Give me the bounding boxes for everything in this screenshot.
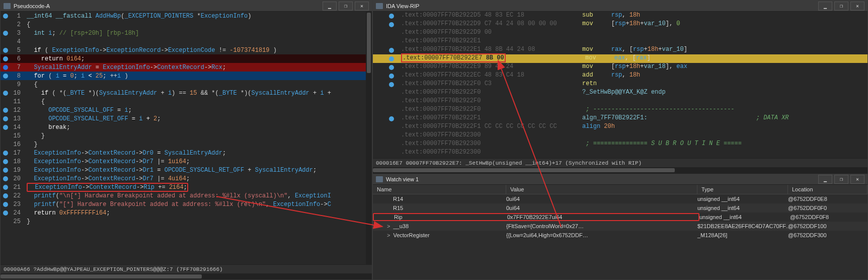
breakpoint-icon[interactable] [389, 65, 394, 70]
breakpoint-icon[interactable] [389, 116, 394, 121]
code-line[interactable]: 21 ExceptionInfo->ContextRecord->Rip += … [1, 183, 372, 191]
expand-icon[interactable]: > [387, 223, 390, 229]
breakpoint-icon[interactable] [3, 176, 8, 181]
restore-button[interactable]: ❐ [834, 175, 848, 184]
col-type[interactable]: Type [697, 185, 788, 194]
disasm-line[interactable]: .text:00007FF70B2922F1 CC CC CC CC CC CC… [373, 123, 867, 131]
disasm-line[interactable]: .text:00007FF70B2922F0 ; ---------------… [373, 106, 867, 114]
minimize-button[interactable]: ▁ [818, 2, 832, 11]
restore-button[interactable]: ❐ [834, 2, 848, 11]
disasm-line[interactable]: .text:00007FF70B292300 ; ===============… [373, 140, 867, 149]
line-number: 12 [11, 107, 25, 114]
disasm-line[interactable]: .text:00007FF70B2922F0 ?_SetHwBp@@YAX_K@… [373, 89, 867, 97]
breakpoint-icon[interactable] [3, 14, 8, 19]
disasm-line[interactable]: .text:00007FF70B2922E7 8B 00 mov eax, [r… [373, 54, 867, 63]
code-line[interactable]: 22 printf("\n[*] Hardware Breakpoint add… [1, 191, 372, 200]
disasm-line[interactable]: .text:00007FF70B2922F1 algn_7FF70B2922F1… [373, 114, 867, 123]
breakpoint-icon[interactable] [389, 56, 394, 61]
close-button[interactable]: ✕ [850, 175, 864, 184]
line-number: 3 [11, 30, 25, 37]
code-line[interactable]: 19 ExceptionInfo->ContextRecord->Dr1 = O… [1, 166, 372, 174]
watch-row[interactable]: R150ui64unsigned __int64@6752DDF0F0 [373, 203, 867, 213]
code-line[interactable]: 20 ExceptionInfo->ContextRecord->Dr7 |= … [1, 174, 372, 183]
ida-code-area[interactable]: .text:00007FF70B2922D5 48 83 EC 18 sub r… [373, 12, 867, 158]
line-number: 19 [11, 167, 25, 174]
breakpoint-icon[interactable] [3, 211, 8, 216]
breakpoint-icon[interactable] [3, 168, 8, 173]
code-line[interactable]: 1__int64 __fastcall AddHwBp(_EXCEPTION_P… [1, 12, 372, 20]
breakpoint-icon[interactable] [3, 56, 8, 61]
close-button[interactable]: ✕ [355, 2, 369, 11]
code-line[interactable]: 14 break; [1, 123, 372, 131]
code-line[interactable]: 8 for ( i = 0; i < 25; ++i ) [1, 72, 372, 80]
breakpoint-icon[interactable] [3, 159, 8, 164]
minimize-button[interactable]: ▁ [818, 175, 832, 184]
breakpoint-icon[interactable] [389, 74, 394, 79]
code-line[interactable]: 2{ [1, 20, 372, 29]
col-name[interactable]: Name [373, 185, 506, 194]
code-line[interactable]: 10 if ( *(_BYTE *)(SyscallEntryAddr + i)… [1, 89, 372, 97]
code-line[interactable]: 3 int i; // [rsp+20h] [rbp-18h] [1, 29, 372, 37]
col-value[interactable]: Value [506, 185, 697, 194]
code-line[interactable]: 9 { [1, 80, 372, 89]
watch-view-panel: Watch view 1 ▁ ❐ ✕ Name Value Type Locat… [373, 173, 867, 279]
disasm-line[interactable]: .text:00007FF70B2922D9 00 [373, 29, 867, 37]
breakpoint-icon[interactable] [3, 91, 8, 96]
code-line[interactable]: 24 return 0xFFFFFFFFi64; [1, 208, 372, 217]
breakpoint-icon[interactable] [3, 116, 8, 121]
disasm-line[interactable]: .text:00007FF70B2922E9 89 44 24 mov [rsp… [373, 63, 867, 72]
disasm-line[interactable]: .text:00007FF70B2922F0 C3 retn [373, 80, 867, 89]
watch-row[interactable]: Rip0x7FF70B2922E7ui64unsigned __int64@67… [373, 213, 867, 222]
breakpoint-icon[interactable] [3, 65, 8, 70]
code-line[interactable]: 7 SyscallEntryAddr = ExceptionInfo->Cont… [1, 63, 372, 72]
disasm-line[interactable]: .text:00007FF70B292300 [373, 149, 867, 157]
expand-icon[interactable]: > [387, 232, 390, 238]
code-line[interactable]: 25} [1, 217, 372, 226]
breakpoint-icon[interactable] [3, 74, 8, 79]
code-line[interactable]: 13 OPCODE_SYSCALL_RET_OFF = i + 2; [1, 114, 372, 123]
close-button[interactable]: ✕ [850, 2, 864, 11]
code-line[interactable]: 18 ExceptionInfo->ContextRecord->Dr7 |= … [1, 157, 372, 166]
breakpoint-icon[interactable] [389, 14, 394, 19]
breakpoint-icon[interactable] [389, 82, 394, 87]
disasm-line[interactable]: .text:00007FF70B2922D5 48 83 EC 18 sub r… [373, 12, 867, 20]
disasm-line[interactable]: .text:00007FF70B2922EC 48 83 C4 18 add r… [373, 72, 867, 80]
line-number: 11 [11, 98, 25, 105]
disasm-line[interactable]: .text:00007FF70B2922D9 C7 44 24 08 00 00… [373, 20, 867, 29]
disasm-line[interactable]: .text:00007FF70B2922E1 [373, 37, 867, 46]
code-line[interactable]: 12 OPCODE_SYSCALL_OFF = i; [1, 106, 372, 114]
scrollbar-vertical[interactable] [366, 12, 372, 264]
pseudocode-statusbar: 00000A66 ?AddHwBp@@YAJPEAU_EXCEPTION_POI… [1, 264, 372, 273]
code-line[interactable]: 16 } [1, 140, 372, 149]
code-line[interactable]: 15 } [1, 131, 372, 140]
pseudocode-code-area[interactable]: 1__int64 __fastcall AddHwBp(_EXCEPTION_P… [1, 12, 372, 264]
code-line[interactable]: 5 if ( ExceptionInfo->ExceptionRecord->E… [1, 46, 372, 54]
restore-button[interactable]: ❐ [339, 2, 353, 11]
disasm-line[interactable]: .text:00007FF70B2922F0 [373, 97, 867, 106]
line-number: 10 [11, 90, 25, 97]
minimize-button[interactable]: ▁ [323, 2, 337, 11]
col-location[interactable]: Location [788, 185, 867, 194]
scrollbar-horizontal[interactable] [373, 167, 867, 173]
breakpoint-icon[interactable] [3, 193, 8, 198]
code-line[interactable]: 4 [1, 37, 372, 46]
breakpoint-icon[interactable] [3, 151, 8, 156]
watch-row[interactable]: R140ui64unsigned __int64@6752DDF0E8 [373, 194, 867, 203]
breakpoint-icon[interactable] [389, 48, 394, 53]
watch-titlebar: Watch view 1 ▁ ❐ ✕ [373, 174, 867, 185]
code-line[interactable]: 17 ExceptionInfo->ContextRecord->Dr0 = S… [1, 149, 372, 157]
disasm-line[interactable]: .text:00007FF70B292300 [373, 131, 867, 140]
breakpoint-icon[interactable] [3, 108, 8, 113]
breakpoint-icon[interactable] [3, 31, 8, 36]
breakpoint-icon[interactable] [3, 185, 8, 190]
breakpoint-icon[interactable] [3, 125, 8, 130]
breakpoint-icon[interactable] [3, 48, 8, 53]
scrollbar-horizontal[interactable] [1, 273, 372, 279]
code-line[interactable]: 6 return 0i64; [1, 54, 372, 63]
watch-row[interactable]: >__u38{FltSave={ControlWord=0x27…$21DB2E… [373, 222, 867, 231]
breakpoint-icon[interactable] [3, 202, 8, 207]
watch-row[interactable]: >VectorRegister{{Low=2ui64,High=0x6752DD… [373, 231, 867, 240]
code-line[interactable]: 23 printf("[*] Hardware Breakpoint added… [1, 200, 372, 208]
code-line[interactable]: 11 { [1, 97, 372, 106]
breakpoint-icon[interactable] [389, 22, 394, 27]
